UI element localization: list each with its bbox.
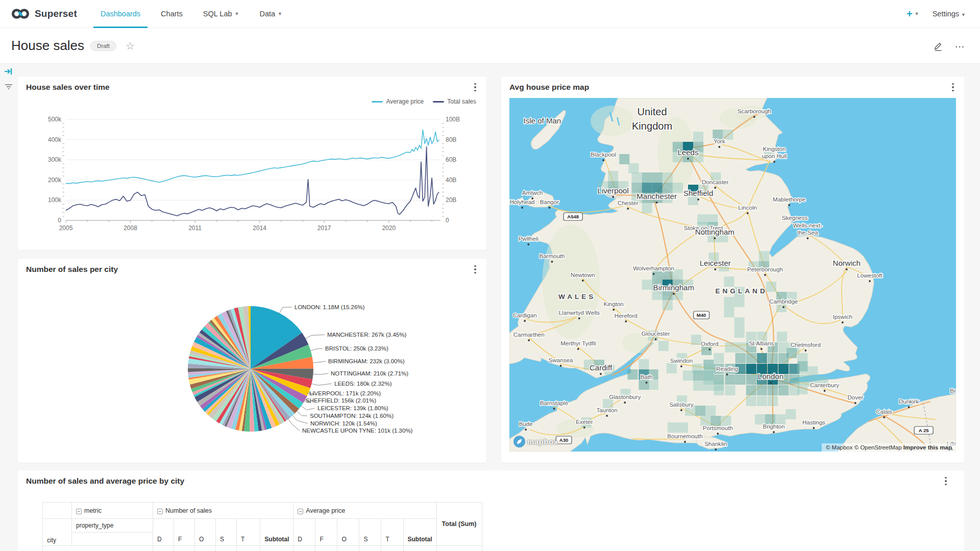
heat-cell[interactable] [757, 396, 767, 406]
metric-header[interactable]: −metric [72, 503, 153, 519]
heat-cell[interactable] [768, 353, 778, 363]
heat-cell[interactable] [642, 172, 652, 183]
more-actions-icon[interactable]: … [954, 41, 966, 51]
heat-cell[interactable] [673, 183, 683, 193]
attribution-text[interactable]: © Mapbox © OpenStreetMap [826, 444, 902, 450]
table-row[interactable]: ABBOTS LANGLEY539635268411.12k3.16k555k2… [43, 546, 482, 551]
heat-cell[interactable] [724, 297, 734, 307]
heat-cell[interactable] [642, 280, 652, 290]
heat-cell[interactable] [663, 172, 673, 183]
group-header-average-price[interactable]: −Average price [293, 503, 436, 519]
heat-cell[interactable] [639, 380, 649, 390]
heat-cell[interactable] [746, 385, 756, 395]
heat-cell[interactable] [667, 363, 677, 373]
heat-cell[interactable] [678, 422, 688, 433]
heat-cell[interactable] [725, 342, 735, 353]
heat-cell[interactable] [734, 328, 745, 338]
heat-cell[interactable] [807, 366, 818, 377]
heat-cell[interactable] [757, 385, 767, 395]
heat-cell[interactable] [693, 132, 703, 142]
collapse-icon[interactable]: − [157, 509, 163, 514]
heat-cell[interactable] [668, 422, 678, 433]
heat-cell[interactable] [757, 353, 767, 363]
heat-cell[interactable] [746, 374, 756, 385]
heat-cell[interactable] [628, 163, 639, 173]
heat-cell[interactable] [768, 385, 778, 395]
heat-cell[interactable] [797, 364, 807, 374]
chart-menu-kebab-icon[interactable] [941, 475, 951, 487]
heat-cell[interactable] [683, 370, 693, 381]
heat-cell[interactable] [766, 282, 776, 292]
nav-item-data[interactable]: Data▼ [249, 0, 292, 28]
heat-cell[interactable] [714, 353, 724, 363]
mapbox-logo[interactable]: mapbox [513, 436, 558, 447]
heat-cell[interactable] [797, 374, 807, 385]
heat-cell[interactable] [608, 171, 618, 181]
series-average-price[interactable] [66, 130, 439, 184]
heat-cell[interactable] [652, 172, 663, 183]
heat-cell[interactable] [746, 353, 756, 363]
settings-menu[interactable]: Settings▼ [933, 10, 966, 18]
nav-item-charts[interactable]: Charts [151, 0, 193, 28]
group-header-number-of-sales[interactable]: −Number of sales [153, 503, 293, 519]
heat-cell[interactable] [736, 374, 746, 385]
heat-cell[interactable] [642, 203, 652, 213]
heat-cell[interactable] [724, 277, 734, 287]
heat-cell[interactable] [778, 385, 789, 395]
heat-cell[interactable] [693, 381, 703, 391]
heat-cell[interactable] [639, 359, 649, 369]
line-chart[interactable]: 0100k200k300k400k500k020B40B60B80B100B20… [26, 102, 478, 248]
heat-cell[interactable] [746, 396, 756, 406]
heat-cell[interactable] [703, 364, 714, 374]
heat-cell[interactable] [710, 416, 721, 426]
pivot-table[interactable]: −metric−Number of sales−Average priceTot… [42, 502, 482, 551]
heat-cell[interactable] [692, 364, 702, 374]
heat-cell[interactable] [714, 381, 724, 391]
chart-menu-kebab-icon[interactable] [948, 82, 958, 93]
heat-cell[interactable] [703, 381, 714, 391]
heat-cell[interactable] [652, 183, 663, 193]
heat-cell[interactable] [734, 317, 745, 328]
heat-cell[interactable] [736, 353, 746, 363]
chart-menu-kebab-icon[interactable] [470, 82, 480, 93]
heat-cell[interactable] [777, 332, 787, 342]
heat-cell[interactable] [700, 416, 710, 426]
heat-cell[interactable] [663, 183, 673, 193]
heat-cell[interactable] [775, 414, 786, 424]
heat-cell[interactable] [786, 409, 796, 419]
heat-cell[interactable] [755, 414, 765, 424]
new-item-button[interactable]: +▼ [906, 8, 919, 20]
heat-cell[interactable] [725, 385, 735, 395]
heat-cell[interactable] [631, 172, 642, 183]
filter-lines-icon[interactable] [0, 79, 17, 94]
heat-cell[interactable] [736, 342, 746, 353]
collapse-icon[interactable]: − [76, 509, 82, 514]
superset-logo[interactable]: Superset [0, 8, 90, 20]
improve-map-link[interactable]: Improve this map [903, 444, 952, 450]
series-total-sales[interactable] [66, 147, 439, 216]
heat-cell[interactable] [619, 154, 629, 164]
heat-cell[interactable] [663, 300, 673, 310]
nav-item-dashboards[interactable]: Dashboards [90, 0, 151, 28]
uk-heat-map[interactable]: A548M40A30A 25UnitedKingdomIsle of ManSc… [509, 98, 956, 452]
heat-cell[interactable] [725, 374, 735, 385]
heat-cell[interactable] [746, 364, 756, 374]
heat-cell[interactable] [734, 297, 745, 307]
heat-cell[interactable] [759, 251, 769, 261]
nav-item-sql-lab[interactable]: SQL Lab▼ [193, 0, 250, 28]
heat-cell[interactable] [724, 307, 734, 317]
favorite-star-icon[interactable]: ☆ [126, 40, 135, 52]
pie-chart[interactable]: LONDON: 1.18M (15.26%)MANCHESTER: 267k (… [26, 277, 478, 458]
heat-cell[interactable] [707, 214, 718, 224]
heat-cell[interactable] [797, 353, 807, 363]
collapse-icon[interactable]: − [298, 509, 303, 514]
heat-cell[interactable] [631, 183, 642, 193]
pivot-table-element[interactable]: −metric−Number of sales−Average priceTot… [42, 502, 482, 551]
heat-cell[interactable] [768, 396, 778, 406]
expand-filters-icon[interactable] [0, 64, 17, 79]
heat-cell[interactable] [705, 406, 716, 416]
map-canvas[interactable]: A548M40A30A 25UnitedKingdomIsle of ManSc… [509, 98, 956, 452]
heat-cell[interactable] [765, 414, 775, 424]
heat-cell[interactable] [691, 335, 701, 345]
heat-cell[interactable] [721, 416, 731, 426]
